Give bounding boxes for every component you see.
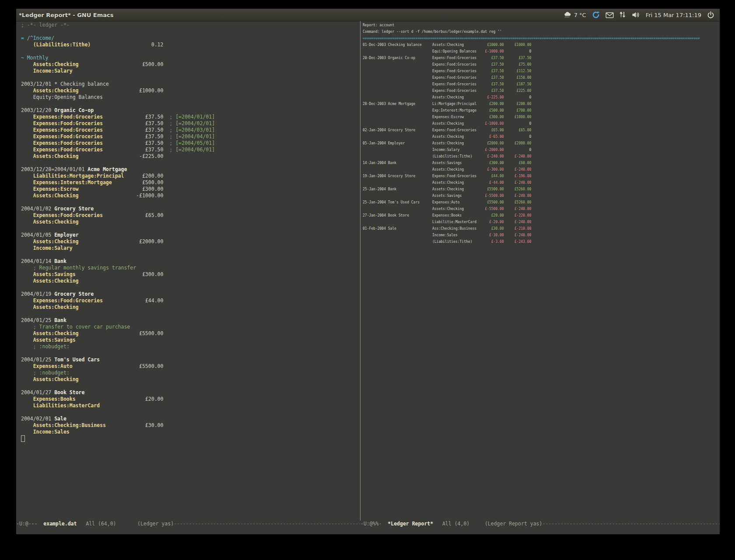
buffer-line xyxy=(21,48,136,55)
buffer-line: Assets:Savings xyxy=(21,337,136,343)
buffer-line: Expens:Food:Groceries£37.50£187.50 xyxy=(363,81,720,88)
buffer-line: Expenses:Food:Groceries£37.50; [=2004/04… xyxy=(21,133,136,140)
buffer-line: Income:Salary£-2000.000 xyxy=(363,147,720,153)
buffer-line: Expens:Food:Groceries£37.50£225.00 xyxy=(363,88,720,94)
buffer-line: (Liabilities:Tithe)£-3.60£-243.60 xyxy=(363,238,720,245)
buffer-line: Equi:Opening Balances£-1000.000 xyxy=(363,48,720,55)
buffer-line: 27-Jan-2004 Book StoreExpenses:Books£20.… xyxy=(363,212,720,219)
buffer-line xyxy=(21,311,136,317)
buffer-line xyxy=(21,435,136,442)
buffer-line xyxy=(21,409,136,416)
buffer-line: 2003/12/01 * Checking balance xyxy=(21,81,136,88)
buffer-line: Assets:Checking£-65.000 xyxy=(363,133,720,140)
buffer-line: ; Transfer to cover car purchase xyxy=(21,324,136,330)
buffer-line xyxy=(21,252,136,258)
buffer-line: Exp:Interest:Mortgage£500.00£700.00 xyxy=(363,107,720,114)
buffer-line: Assets:Checking£-44.00£-240.00 xyxy=(363,179,720,186)
emacs-editor-area: ; -*- ledger -*-= /^Income/ (Liabilities… xyxy=(16,21,720,534)
weather-icon[interactable] xyxy=(564,11,571,18)
buffer-line: Expenses:Books£20.00 xyxy=(21,396,136,402)
buffer-line: 2003/12/20 Organic Co-op xyxy=(21,107,136,114)
buffer-line: Expenses:Food:Groceries£37.50; [=2004/03… xyxy=(21,127,136,133)
power-icon[interactable] xyxy=(707,11,714,19)
buffer-line: Assets:Savings£-5500.00£-240.00 xyxy=(363,192,720,199)
buffer-line: ; :nobudget: xyxy=(21,343,136,350)
buffer-line: 28-Dec-2003 Acme MortgageLi:Mortgage:Pri… xyxy=(363,101,720,107)
buffer-line: Expenses:Food:Groceries£37.50; [=2004/02… xyxy=(21,120,136,127)
buffer-line: 02-Jan-2004 Grocery StoreExpens:Food:Gro… xyxy=(363,127,720,133)
buffer-line xyxy=(21,199,136,206)
buffer-line: Expenses:Food:Groceries£37.50; [=2004/05… xyxy=(21,140,136,147)
buffer-line: Equity:Opening Balances xyxy=(21,94,136,101)
window-divider[interactable] xyxy=(360,21,360,521)
buffer-line: Assets:Checking-£225.00 xyxy=(21,153,136,160)
buffer-line xyxy=(21,74,136,81)
text-cursor xyxy=(21,435,25,442)
buffer-line xyxy=(21,383,136,389)
buffer-line: ~ Monthly xyxy=(21,55,136,61)
ledger-report-window[interactable]: Report: accountCommand: ledger --sort d … xyxy=(363,22,720,245)
temperature-label: 7 °C xyxy=(574,12,586,18)
buffer-line: Liabilitie:MasterCard£-20.00£-240.00 xyxy=(363,219,720,225)
buffer-line: Expens:Food:Groceries£37.50£75.00 xyxy=(363,61,720,68)
buffer-line: Assets:Checking£-1000.000 xyxy=(363,120,720,127)
buffer-line: Expenses:Food:Groceries£37.50; [=2004/01… xyxy=(21,114,136,120)
system-tray: 7 °C xyxy=(564,11,720,19)
buffer-line: ; Regular monthly savings transfer xyxy=(21,265,136,271)
buffer-line: (Liabilities:Tithe)£-240.00£-240.00 xyxy=(363,153,720,160)
buffer-line: Assets:Checking xyxy=(21,304,136,311)
buffer-line: Assets:Checking:Business£30.00 xyxy=(21,422,136,429)
buffer-line: 25-Jan-2004 Tom's Used CarsExpenses:Auto… xyxy=(363,199,720,206)
buffer-line: Assets:Checking£2000.00 xyxy=(21,238,136,245)
volume-icon[interactable] xyxy=(632,11,640,18)
buffer-line: 2004/01/02 Grocery Store xyxy=(21,206,136,212)
buffer-line: Report: account xyxy=(363,22,720,28)
ledger-source-window[interactable]: ; -*- ledger -*-= /^Income/ (Liabilities… xyxy=(21,22,136,442)
buffer-line: ========================================… xyxy=(363,35,720,42)
buffer-line: Assets:Checking xyxy=(21,219,136,225)
buffer-line: Expenses:Auto£5500.00 xyxy=(21,363,136,370)
buffer-line: 2004/01/25 Tom's Used Cars xyxy=(21,357,136,363)
buffer-line xyxy=(21,284,136,291)
buffer-line: 2004/01/25 Bank xyxy=(21,317,136,324)
buffer-line: Assets:Checking£500.00 xyxy=(21,61,136,68)
buffer-line xyxy=(21,28,136,35)
buffer-line: Assets:Checking xyxy=(21,376,136,383)
buffer-line: 01-Feb-2004 SaleAss:Checking:Business£30… xyxy=(363,225,720,232)
buffer-line: Expenses:Food:Groceries£44.00 xyxy=(21,298,136,304)
buffer-line: Expenses:Escrow£300.00£1000.00 xyxy=(363,114,720,120)
modeline-report-buffer: -U:@%%- *Ledger Report* All (4,0) (Ledge… xyxy=(360,521,720,527)
buffer-line: 05-Jan-2004 EmployerAssets:Checking£2000… xyxy=(363,140,720,147)
buffer-line: 19-Jan-2004 Grocery StoreExpens:Food:Gro… xyxy=(363,173,720,179)
buffer-line: Liabilities:MasterCard xyxy=(21,402,136,409)
buffer-line: 2004/01/27 Book Store xyxy=(21,389,136,396)
buffer-line xyxy=(21,225,136,232)
buffer-line: Expens:Food:Groceries£37.50£112.50 xyxy=(363,68,720,74)
buffer-line: Expenses:Food:Groceries£37.50; [=2004/06… xyxy=(21,147,136,153)
buffer-line: Income:Salary xyxy=(21,68,136,74)
buffer-line: Expenses:Escrow£300.00 xyxy=(21,186,136,192)
buffer-line: Income:Sales£-30.00£-240.00 xyxy=(363,232,720,238)
buffer-line: Expens:Food:Groceries£37.50£150.00 xyxy=(363,74,720,81)
buffer-line: ; -*- ledger -*- xyxy=(21,22,136,28)
network-updown-icon[interactable] xyxy=(620,11,626,18)
buffer-line: 25-Jan-2004 BankAssets:Checking£5500.00£… xyxy=(363,186,720,192)
buffer-line: Income:Sales xyxy=(21,429,136,435)
clock[interactable]: Fri 15 Mar 17:11:19 xyxy=(646,12,701,18)
buffer-line: Assets:Checking xyxy=(21,278,136,284)
buffer-line: Command: ledger --sort d -f /home/borbus… xyxy=(363,28,720,35)
mail-icon[interactable] xyxy=(606,12,614,18)
refresh-icon[interactable] xyxy=(592,11,600,19)
buffer-line: Liabilities:Mortgage:Principal£200.00 xyxy=(21,173,136,179)
buffer-line xyxy=(21,160,136,166)
buffer-line: Assets:Checking£-300.00£-240.00 xyxy=(363,166,720,173)
buffer-line: Assets:Checking£1000.00 xyxy=(21,88,136,94)
buffer-line: 2004/01/14 Bank xyxy=(21,258,136,265)
buffer-line: 01-Dec-2003 Checking balanceAssets:Check… xyxy=(363,42,720,48)
buffer-line: (Liabilities:Tithe)0.12 xyxy=(21,42,136,48)
modeline-source-buffer: -U:@--- example.dat All (64,0) (Ledger y… xyxy=(16,521,360,527)
buffer-line: Income:Salary xyxy=(21,245,136,252)
buffer-line: Assets:Checking£-225.000 xyxy=(363,94,720,101)
buffer-line: = /^Income/ xyxy=(21,35,136,42)
buffer-line: 2003/12/28=2004/01/01 Acme Mortgage xyxy=(21,166,136,173)
